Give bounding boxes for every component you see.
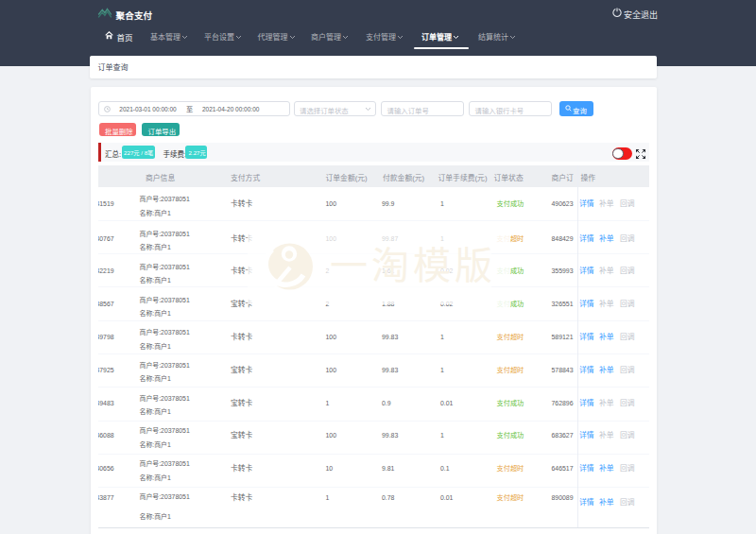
svg-text:一淘模版: 一淘模版 bbox=[330, 238, 496, 290]
